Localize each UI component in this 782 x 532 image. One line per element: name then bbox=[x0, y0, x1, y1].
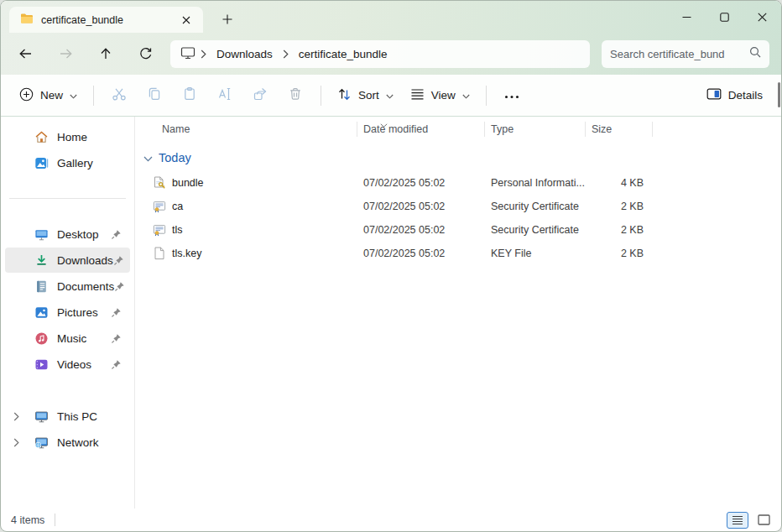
file-row-tls-key[interactable]: tls.key 07/02/2025 05:02 KEY File 2 KB bbox=[135, 242, 781, 265]
list-lines-icon bbox=[410, 88, 425, 103]
gallery-icon bbox=[34, 155, 49, 170]
desktop-icon bbox=[180, 46, 196, 62]
chevron-right-icon[interactable] bbox=[13, 437, 19, 450]
file-name: bundle bbox=[172, 177, 204, 189]
window-controls bbox=[668, 1, 781, 33]
file-row-ca[interactable]: ca 07/02/2025 05:02 Security Certificate… bbox=[135, 195, 781, 218]
title-bar: certificate_bundle bbox=[1, 1, 781, 33]
file-type: Security Certificate bbox=[485, 201, 586, 212]
column-headers: Name Date modified Type Size bbox=[135, 118, 781, 140]
forward-button[interactable] bbox=[53, 41, 78, 66]
column-header-size[interactable]: Size bbox=[586, 118, 653, 140]
details-view-toggle[interactable] bbox=[727, 512, 748, 529]
sidebar-item-label: This PC bbox=[57, 410, 97, 423]
tab-close-button[interactable] bbox=[176, 10, 196, 30]
address-bar[interactable]: Downloads certificate_bundle bbox=[170, 40, 590, 68]
sort-icon bbox=[337, 87, 352, 104]
file-name: ca bbox=[172, 201, 183, 212]
file-list-pane: Name Date modified Type Size Today bbox=[135, 117, 781, 509]
back-button[interactable] bbox=[13, 41, 38, 66]
share-icon bbox=[253, 86, 268, 104]
cut-button[interactable] bbox=[102, 81, 137, 110]
pin-icon bbox=[111, 307, 122, 318]
sidebar-item-music[interactable]: Music bbox=[5, 326, 130, 351]
maximize-button[interactable] bbox=[706, 1, 743, 33]
file-type: Personal Informati... bbox=[485, 177, 586, 189]
sidebar-item-documents[interactable]: Documents bbox=[5, 274, 130, 299]
sidebar-item-label: Desktop bbox=[57, 228, 99, 241]
sidebar-item-label: Gallery bbox=[57, 157, 93, 170]
file-row-tls[interactable]: tls 07/02/2025 05:02 Security Certificat… bbox=[135, 218, 781, 242]
share-button[interactable] bbox=[242, 81, 278, 110]
sidebar-item-home[interactable]: Home bbox=[5, 124, 130, 149]
more-options-button[interactable] bbox=[494, 81, 529, 110]
file-date-modified: 07/02/2025 05:02 bbox=[357, 177, 485, 189]
explorer-tab[interactable]: certificate_bundle bbox=[9, 7, 203, 33]
copy-button[interactable] bbox=[137, 81, 172, 110]
details-pane-icon bbox=[706, 87, 722, 103]
column-header-date-modified[interactable]: Date modified bbox=[357, 118, 485, 140]
sidebar-item-this-pc[interactable]: This PC bbox=[5, 404, 130, 429]
close-button[interactable] bbox=[743, 1, 781, 33]
minimize-button[interactable] bbox=[668, 1, 706, 33]
sidebar-item-label: Videos bbox=[57, 358, 91, 371]
folder-icon bbox=[20, 13, 34, 27]
generic-file-icon bbox=[153, 247, 166, 260]
sidebar-item-pictures[interactable]: Pictures bbox=[5, 300, 130, 325]
new-tab-button[interactable] bbox=[216, 8, 239, 31]
videos-icon bbox=[34, 357, 49, 372]
pin-icon bbox=[114, 281, 125, 292]
details-pane-button[interactable]: Details bbox=[698, 81, 771, 110]
file-date-modified: 07/02/2025 05:02 bbox=[357, 201, 485, 212]
desktop-icon bbox=[34, 227, 49, 242]
sidebar-item-desktop[interactable]: Desktop bbox=[5, 222, 130, 247]
refresh-button[interactable] bbox=[133, 41, 159, 66]
rename-button[interactable] bbox=[207, 81, 242, 110]
delete-button[interactable] bbox=[278, 81, 313, 110]
rename-icon bbox=[217, 86, 233, 104]
tab-title: certificate_bundle bbox=[41, 14, 123, 26]
sidebar-spacer bbox=[1, 378, 134, 403]
up-button[interactable] bbox=[93, 41, 118, 66]
group-header-today[interactable]: Today bbox=[135, 144, 781, 171]
plus-circle-icon bbox=[19, 87, 34, 104]
chevron-right-icon bbox=[283, 50, 289, 59]
new-button[interactable]: New bbox=[11, 81, 86, 110]
file-size: 2 KB bbox=[586, 201, 653, 212]
column-header-name[interactable]: Name bbox=[135, 118, 357, 140]
chevron-right-icon[interactable] bbox=[13, 411, 19, 424]
view-button[interactable]: View bbox=[402, 81, 478, 110]
sidebar-item-downloads[interactable]: Downloads bbox=[5, 248, 130, 273]
paste-button[interactable] bbox=[172, 81, 207, 110]
home-icon bbox=[34, 129, 49, 144]
sidebar-item-videos[interactable]: Videos bbox=[5, 352, 130, 377]
sidebar-item-network[interactable]: Network bbox=[5, 430, 130, 455]
file-date-modified: 07/02/2025 05:02 bbox=[357, 224, 485, 236]
sidebar-item-gallery[interactable]: Gallery bbox=[5, 150, 130, 175]
breadcrumb-downloads[interactable]: Downloads bbox=[211, 46, 278, 62]
chevron-down-icon bbox=[386, 89, 394, 102]
file-size: 4 KB bbox=[586, 177, 653, 189]
search-input[interactable] bbox=[610, 48, 749, 60]
file-row-bundle[interactable]: bundle 07/02/2025 05:02 Personal Informa… bbox=[135, 171, 781, 195]
sidebar-item-label: Documents bbox=[57, 280, 114, 293]
status-divider bbox=[55, 514, 55, 526]
large-icons-view-toggle[interactable] bbox=[753, 512, 774, 529]
status-bar: 4 items bbox=[1, 509, 781, 531]
file-size: 2 KB bbox=[586, 224, 653, 236]
sort-button[interactable]: Sort bbox=[329, 81, 402, 110]
details-button-label: Details bbox=[728, 89, 763, 102]
certificate-file-icon bbox=[153, 223, 166, 237]
view-toggles bbox=[727, 512, 774, 529]
this-pc-icon bbox=[34, 409, 49, 424]
pfx-file-icon bbox=[153, 176, 166, 190]
view-button-label: View bbox=[431, 89, 456, 102]
breadcrumb-certificate-bundle[interactable]: certificate_bundle bbox=[294, 46, 393, 62]
scrollbar-thumb[interactable] bbox=[778, 82, 780, 107]
navigation-pane: Home Gallery Desktop bbox=[1, 117, 135, 509]
column-header-type[interactable]: Type bbox=[485, 118, 586, 140]
music-icon bbox=[34, 331, 49, 346]
pin-icon bbox=[111, 229, 122, 240]
sidebar-item-label: Home bbox=[57, 131, 87, 143]
network-icon bbox=[34, 435, 49, 450]
